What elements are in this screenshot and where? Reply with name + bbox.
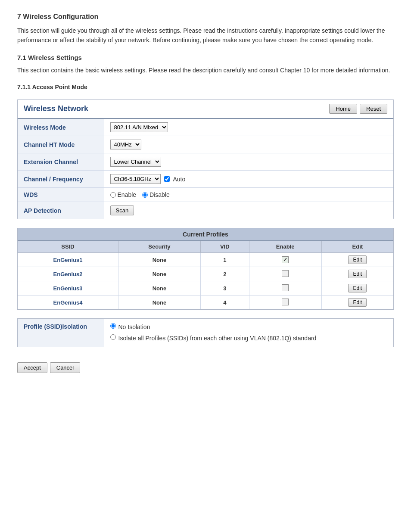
isolation-options-cell: No Isolation Isolate all Profiles (SSIDs… [104, 319, 393, 347]
cell-security: None [118, 253, 200, 267]
wireless-network-panel: Wireless Network Home Reset Wireless Mod… [17, 99, 394, 219]
extension-channel-row: Extension Channel Lower Channel [18, 153, 393, 171]
wds-disable-text: Disable [149, 191, 170, 198]
wireless-mode-select[interactable]: 802.11 A/N Mixed [110, 122, 168, 132]
cell-edit: Edit [321, 253, 393, 267]
isolation-table: Profile (SSID)Isolation No Isolation Iso… [18, 319, 393, 347]
settings-table: Wireless Mode 802.11 A/N Mixed Channel H… [18, 119, 393, 219]
wireless-mode-row: Wireless Mode 802.11 A/N Mixed [18, 119, 393, 136]
edit-button[interactable]: Edit [348, 284, 367, 292]
enable-checkbox-display [282, 299, 289, 305]
wds-cell: Enable Disable [104, 188, 393, 202]
reset-button[interactable]: Reset [360, 104, 387, 114]
profiles-section: Current Profiles SSID Security VID Enabl… [17, 228, 394, 310]
cell-vid: 3 [200, 281, 249, 296]
table-row: EnGenius4 None 4 Edit [18, 296, 393, 310]
header-buttons: Home Reset [329, 104, 387, 114]
isolation-radio-1[interactable] [110, 323, 116, 329]
section7-desc: This section will guide you through all … [17, 26, 394, 45]
section-711: 7.1.1 Access Point Mode [17, 84, 394, 90]
edit-button[interactable]: Edit [348, 255, 367, 264]
divider [17, 356, 394, 356]
col-enable: Enable [249, 241, 321, 253]
col-edit: Edit [321, 241, 393, 253]
table-row: EnGenius3 None 3 Edit [18, 281, 393, 296]
isolation-option2-text: Isolate all Profiles (SSIDs) from each o… [118, 334, 317, 343]
wds-enable-label[interactable]: Enable [110, 191, 137, 198]
channel-ht-label: Channel HT Mode [18, 136, 104, 153]
col-security: Security [118, 241, 200, 253]
channel-ht-select[interactable]: 40MHz [110, 140, 141, 149]
ap-detection-row: AP Detection Scan [18, 202, 393, 219]
isolation-section: Profile (SSID)Isolation No Isolation Iso… [17, 318, 394, 347]
channel-freq-group: Ch36-5.18GHz Auto [110, 174, 388, 184]
isolation-options: No Isolation Isolate all Profiles (SSIDs… [110, 323, 388, 342]
enable-checkbox-display: ✓ [282, 256, 289, 263]
profiles-table: SSID Security VID Enable Edit EnGenius1 … [18, 241, 393, 309]
accept-button[interactable]: Accept [17, 362, 47, 373]
home-button[interactable]: Home [329, 104, 357, 114]
cell-vid: 1 [200, 253, 249, 267]
enable-checkbox-display [282, 270, 289, 277]
ap-detection-label: AP Detection [18, 202, 104, 219]
section-7: 7 Wireless Configuration This section wi… [17, 13, 394, 45]
channel-ht-row: Channel HT Mode 40MHz [18, 136, 393, 153]
cell-security: None [118, 267, 200, 281]
section7-title: 7 Wireless Configuration [17, 13, 394, 21]
enable-checkbox-display [282, 284, 289, 291]
cell-edit: Edit [321, 296, 393, 310]
cell-edit: Edit [321, 281, 393, 296]
cell-ssid: EnGenius2 [18, 267, 118, 281]
col-ssid: SSID [18, 241, 118, 253]
edit-button[interactable]: Edit [348, 270, 367, 278]
ap-detection-cell: Scan [104, 202, 393, 219]
isolation-row: Profile (SSID)Isolation No Isolation Iso… [18, 319, 393, 347]
isolation-option1-text: No Isolation [118, 323, 150, 332]
section71-title: 7.1 Wireless Settings [17, 54, 394, 61]
scan-button[interactable]: Scan [110, 205, 134, 215]
section71-desc: This section contains the basic wireless… [17, 65, 394, 75]
channel-freq-row: Channel / Frequency Ch36-5.18GHz Auto [18, 171, 393, 188]
edit-button[interactable]: Edit [348, 298, 367, 307]
cell-vid: 2 [200, 267, 249, 281]
channel-ht-cell: 40MHz [104, 136, 393, 153]
cell-enable: ✓ [249, 253, 321, 267]
table-row: EnGenius2 None 2 Edit [18, 267, 393, 281]
cell-ssid: EnGenius3 [18, 281, 118, 296]
cell-ssid: EnGenius1 [18, 253, 118, 267]
wds-enable-text: Enable [118, 191, 137, 198]
cell-enable [249, 281, 321, 296]
profiles-header-row: SSID Security VID Enable Edit [18, 241, 393, 253]
cell-edit: Edit [321, 267, 393, 281]
channel-freq-cell: Ch36-5.18GHz Auto [104, 171, 393, 188]
wireless-mode-label: Wireless Mode [18, 119, 104, 136]
extension-channel-cell: Lower Channel [104, 153, 393, 171]
auto-label[interactable]: Auto [173, 176, 186, 183]
wds-radio-group: Enable Disable [110, 191, 388, 198]
isolation-option1-label[interactable]: No Isolation [110, 323, 388, 332]
wds-disable-label[interactable]: Disable [142, 191, 170, 198]
channel-freq-select[interactable]: Ch36-5.18GHz [110, 174, 161, 184]
channel-freq-label: Channel / Frequency [18, 171, 104, 188]
cell-enable [249, 296, 321, 310]
cell-ssid: EnGenius4 [18, 296, 118, 310]
cancel-button[interactable]: Cancel [50, 362, 80, 373]
wds-row: WDS Enable Disable [18, 188, 393, 202]
table-row: EnGenius1 None 1 ✓ Edit [18, 253, 393, 267]
extension-channel-select[interactable]: Lower Channel [110, 157, 161, 167]
cell-security: None [118, 296, 200, 310]
isolation-radio-2[interactable] [110, 334, 116, 340]
cell-security: None [118, 281, 200, 296]
wds-label: WDS [18, 188, 104, 202]
section-71: 7.1 Wireless Settings This section conta… [17, 54, 394, 75]
wds-enable-radio[interactable] [110, 192, 116, 198]
isolation-option2-label[interactable]: Isolate all Profiles (SSIDs) from each o… [110, 334, 388, 343]
isolation-label: Profile (SSID)Isolation [18, 319, 104, 347]
section711-title: 7.1.1 Access Point Mode [17, 84, 394, 90]
wds-disable-radio[interactable] [142, 192, 148, 198]
auto-checkbox[interactable] [164, 176, 170, 182]
cell-enable [249, 267, 321, 281]
col-vid: VID [200, 241, 249, 253]
profiles-header: Current Profiles [18, 228, 393, 241]
bottom-buttons: Accept Cancel [17, 362, 394, 373]
